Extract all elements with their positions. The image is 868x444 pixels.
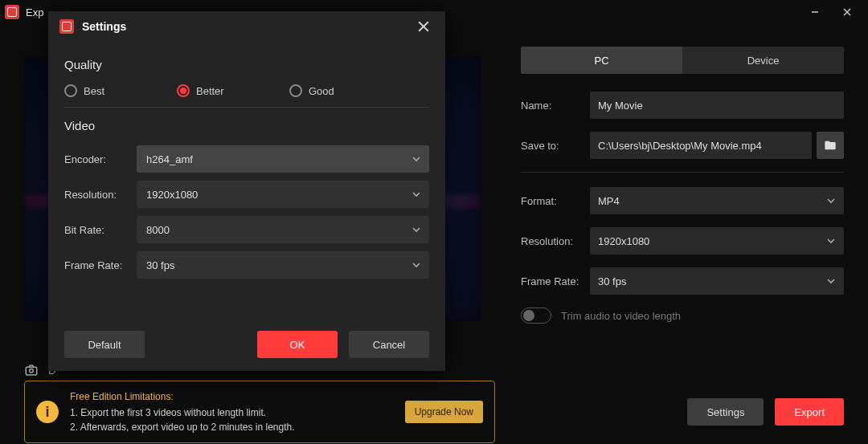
settings-framerate-select[interactable]: 30 fps	[137, 251, 429, 279]
trim-toggle[interactable]	[521, 308, 551, 324]
default-button[interactable]: Default	[64, 331, 145, 358]
bitrate-label: Bit Rate:	[64, 224, 137, 236]
bitrate-select[interactable]: 8000	[137, 216, 429, 243]
limitations-line1: 1. Export the first 3 videos without len…	[70, 405, 295, 420]
row-settings-framerate: Frame Rate: 30 fps	[64, 251, 429, 279]
snapshot-icon[interactable]	[24, 363, 39, 377]
format-label: Format:	[521, 195, 590, 207]
cancel-button[interactable]: Cancel	[349, 331, 429, 358]
row-save-to: Save to:	[521, 132, 844, 159]
format-select[interactable]: MP4	[590, 187, 844, 214]
chevron-down-icon	[826, 236, 836, 246]
settings-resolution-value: 1920x1080	[146, 189, 198, 201]
quality-options: Best Better Good	[64, 84, 429, 97]
settings-body: Quality Best Better Good Video Encoder: …	[48, 42, 445, 279]
framerate-label: Frame Rate:	[521, 275, 590, 287]
quality-best[interactable]: Best	[64, 84, 177, 97]
resolution-label: Resolution:	[521, 235, 590, 247]
resolution-value: 1920x1080	[598, 235, 649, 247]
window-title: Exp	[26, 6, 43, 18]
row-bitrate: Bit Rate: 8000	[64, 216, 429, 243]
limitations-line2: 2. Afterwards, export video up to 2 minu…	[70, 420, 295, 434]
app-icon	[5, 5, 19, 19]
radio-selected-icon	[177, 84, 190, 97]
framerate-value: 30 fps	[598, 275, 626, 287]
tab-pc[interactable]: PC	[521, 47, 682, 74]
limitations-title: Free Edition Limitations:	[70, 389, 295, 404]
bitrate-value: 8000	[146, 224, 170, 236]
chevron-down-icon	[411, 225, 421, 234]
footer: i Free Edition Limitations: 1. Export th…	[0, 380, 868, 444]
chevron-down-icon	[411, 154, 421, 164]
settings-resolution-select[interactable]: 1920x1080	[137, 181, 429, 208]
row-trim: Trim audio to video length	[521, 308, 844, 324]
close-icon	[418, 21, 429, 32]
settings-header: Settings	[48, 11, 445, 42]
info-icon: i	[36, 401, 59, 423]
name-label: Name:	[521, 100, 590, 112]
quality-best-label: Best	[84, 85, 104, 97]
minimize-button[interactable]	[799, 1, 831, 23]
folder-icon	[824, 139, 837, 152]
ok-button[interactable]: OK	[257, 331, 338, 358]
quality-heading: Quality	[64, 58, 429, 71]
radio-icon	[289, 84, 302, 97]
limitations-text: Free Edition Limitations: 1. Export the …	[70, 389, 295, 434]
separator	[521, 172, 844, 173]
browse-button[interactable]	[817, 132, 844, 159]
close-window-button[interactable]	[831, 1, 863, 23]
settings-framerate-value: 30 fps	[146, 259, 174, 271]
settings-framerate-label: Frame Rate:	[64, 259, 137, 271]
radio-icon	[64, 84, 77, 97]
row-settings-resolution: Resolution: 1920x1080	[64, 181, 429, 208]
settings-resolution-label: Resolution:	[64, 189, 137, 201]
resolution-select[interactable]: 1920x1080	[590, 227, 844, 255]
window-controls	[799, 1, 863, 23]
separator	[64, 107, 429, 108]
export-panel: PC Device Name: Save to: Format: MP4	[506, 24, 868, 374]
settings-close-button[interactable]	[413, 18, 434, 35]
encoder-label: Encoder:	[64, 153, 137, 165]
row-framerate: Frame Rate: 30 fps	[521, 267, 844, 295]
settings-dialog: Settings Quality Best Better Good Video …	[48, 11, 445, 371]
settings-title: Settings	[82, 20, 126, 33]
encoder-value: h264_amf	[146, 153, 193, 165]
settings-button[interactable]: Settings	[687, 398, 764, 426]
quality-good[interactable]: Good	[289, 84, 334, 97]
quality-better-label: Better	[196, 85, 224, 97]
chevron-down-icon	[411, 260, 421, 270]
encoder-select[interactable]: h264_amf	[137, 145, 429, 173]
svg-point-4	[30, 369, 34, 373]
upgrade-button[interactable]: Upgrade Now	[405, 401, 483, 423]
chevron-down-icon	[826, 196, 836, 206]
framerate-select[interactable]: 30 fps	[590, 267, 844, 295]
tab-device[interactable]: Device	[682, 47, 844, 74]
export-tabs: PC Device	[521, 47, 844, 74]
name-input[interactable]	[590, 92, 844, 119]
row-name: Name:	[521, 92, 844, 119]
save-to-label: Save to:	[521, 140, 590, 152]
row-resolution: Resolution: 1920x1080	[521, 227, 844, 255]
quality-good-label: Good	[309, 85, 334, 97]
footer-buttons: Settings Export	[687, 398, 844, 426]
row-encoder: Encoder: h264_amf	[64, 145, 429, 173]
chevron-down-icon	[826, 276, 836, 286]
limitations-banner: i Free Edition Limitations: 1. Export th…	[24, 381, 495, 443]
chevron-down-icon	[411, 189, 421, 199]
export-button[interactable]: Export	[775, 398, 844, 426]
save-to-input[interactable]	[590, 132, 812, 159]
settings-footer: Default OK Cancel	[64, 331, 429, 358]
app-icon	[59, 19, 74, 34]
format-value: MP4	[598, 195, 620, 207]
trim-label: Trim audio to video length	[561, 310, 681, 322]
video-heading: Video	[64, 119, 429, 132]
svg-rect-3	[26, 367, 37, 375]
row-format: Format: MP4	[521, 187, 844, 214]
quality-better[interactable]: Better	[177, 84, 289, 97]
